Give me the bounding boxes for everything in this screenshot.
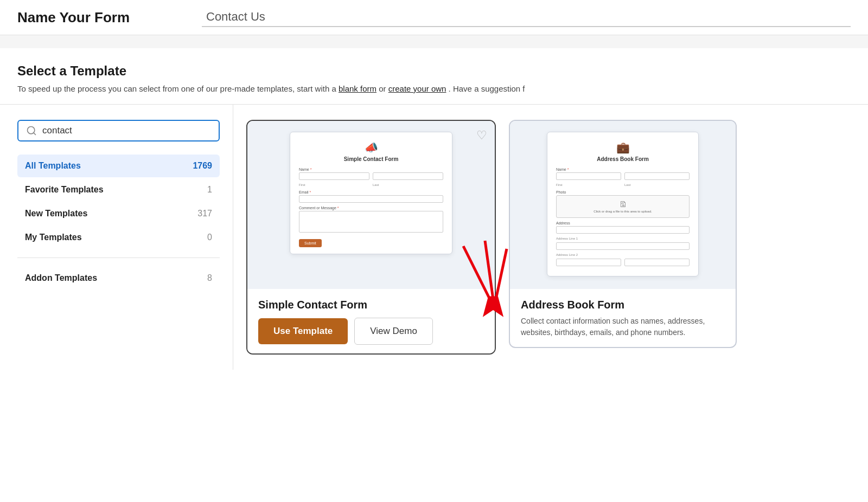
mini-name-row bbox=[299, 172, 443, 180]
mini-email-input bbox=[299, 195, 443, 203]
mini-form-title-2: Address Book Form bbox=[556, 156, 690, 162]
mini-label-photo: Photo bbox=[556, 190, 690, 194]
mini-message-textarea bbox=[299, 211, 443, 233]
card-title-simple-contact: Simple Contact Form bbox=[258, 299, 484, 311]
svg-line-1 bbox=[34, 133, 36, 135]
svg-line-4 bbox=[496, 249, 507, 299]
mini-last-label-2: Last bbox=[624, 183, 690, 186]
search-input[interactable] bbox=[42, 125, 211, 136]
mini-state bbox=[624, 259, 690, 266]
category-label: New Templates bbox=[25, 209, 87, 218]
mini-submit-button: Submit bbox=[299, 239, 322, 247]
category-count: 0 bbox=[207, 233, 212, 242]
mini-label-name-2: Name * bbox=[556, 168, 690, 171]
card-info-address-book: Address Book Form Collect contact inform… bbox=[510, 289, 736, 347]
sidebar-divider bbox=[17, 258, 220, 258]
category-favorite-templates[interactable]: Favorite Templates 1 bbox=[17, 178, 220, 201]
category-all-templates[interactable]: All Templates 1769 bbox=[17, 155, 220, 177]
category-count: 317 bbox=[197, 209, 212, 218]
form-name-label: Name Your Form bbox=[17, 9, 202, 26]
card-desc-address-book: Collect contact information such as name… bbox=[521, 316, 725, 338]
select-template-title: Select a Template bbox=[17, 63, 851, 79]
desc-text: To speed up the process you can select f… bbox=[17, 84, 336, 93]
templates-area: ♡ 📣 Simple Contact Form Name * First Las… bbox=[233, 105, 868, 370]
category-label: All Templates bbox=[25, 161, 81, 171]
form-name-row: Name Your Form bbox=[0, 0, 868, 35]
create-own-link[interactable]: create your own bbox=[388, 84, 446, 93]
category-count: 1 bbox=[207, 185, 212, 195]
mini-city bbox=[556, 259, 621, 266]
mini-label-email: Email * bbox=[299, 190, 443, 194]
mini-address-line1 bbox=[556, 226, 690, 234]
card-info-simple-contact: Simple Contact Form Use Template View De… bbox=[247, 289, 495, 353]
mini-address-line1-label: Address Line 1 bbox=[556, 237, 690, 240]
mini-name-row-2 bbox=[556, 172, 690, 180]
mini-first-label-2: First bbox=[556, 183, 621, 186]
search-box[interactable] bbox=[17, 120, 220, 141]
category-new-templates[interactable]: New Templates 317 bbox=[17, 202, 220, 225]
use-template-button[interactable]: Use Template bbox=[258, 318, 348, 344]
mini-upload-icon: 🖻 bbox=[561, 200, 685, 209]
form-name-input[interactable] bbox=[202, 8, 851, 27]
category-count: 1769 bbox=[193, 161, 212, 171]
mini-label-address: Address bbox=[556, 221, 690, 225]
mini-last-2 bbox=[624, 172, 690, 180]
desc-or: or bbox=[379, 84, 388, 93]
mini-upload-text: Click or drag a file to this area to upl… bbox=[561, 210, 685, 213]
addon-label: Addon Templates bbox=[25, 273, 97, 283]
blank-form-link[interactable]: blank form bbox=[339, 84, 376, 93]
card-1-wrapper: ♡ 📣 Simple Contact Form Name * First Las… bbox=[246, 120, 496, 355]
card-actions-simple-contact: Use Template View Demo bbox=[258, 318, 484, 345]
mini-form-icon: 📣 bbox=[299, 141, 443, 154]
category-label: My Templates bbox=[25, 233, 82, 242]
template-card-simple-contact[interactable]: ♡ 📣 Simple Contact Form Name * First Las… bbox=[246, 120, 496, 355]
category-list: All Templates 1769 Favorite Templates 1 … bbox=[17, 155, 220, 249]
mini-upload-area: 🖻 Click or drag a file to this area to u… bbox=[556, 195, 690, 218]
template-card-address-book[interactable]: 💼 Address Book Form Name * First Last Ph… bbox=[509, 120, 737, 348]
mini-label-message: Comment or Message * bbox=[299, 206, 443, 210]
mini-form-title: Simple Contact Form bbox=[299, 156, 443, 162]
category-addon-templates[interactable]: Addon Templates 8 bbox=[17, 267, 220, 289]
category-label: Favorite Templates bbox=[25, 185, 104, 195]
mini-last-label: Last bbox=[373, 183, 443, 186]
view-demo-button[interactable]: View Demo bbox=[354, 318, 433, 345]
mini-first-2 bbox=[556, 172, 621, 180]
select-template-desc: To speed up the process you can select f… bbox=[17, 84, 851, 93]
card-preview-address-book: 💼 Address Book Form Name * First Last Ph… bbox=[510, 121, 736, 289]
mini-label-name: Name * bbox=[299, 168, 443, 171]
mini-form-address-book: 💼 Address Book Form Name * First Last Ph… bbox=[547, 132, 699, 276]
mini-form-icon-2: 💼 bbox=[556, 141, 690, 154]
card-preview-simple-contact: ♡ 📣 Simple Contact Form Name * First Las… bbox=[247, 121, 495, 289]
desc-end: . Have a suggestion f bbox=[449, 84, 525, 93]
select-template-section: Select a Template To speed up the proces… bbox=[0, 48, 868, 93]
mini-first-label: First bbox=[299, 183, 369, 186]
mini-city-state-row bbox=[556, 259, 690, 266]
mini-address-line2 bbox=[556, 242, 690, 250]
search-icon bbox=[26, 125, 37, 136]
section-gap bbox=[0, 35, 868, 48]
category-my-templates[interactable]: My Templates 0 bbox=[17, 226, 220, 249]
mini-address-line2-label: Address Line 2 bbox=[556, 253, 690, 256]
sidebar: All Templates 1769 Favorite Templates 1 … bbox=[0, 105, 233, 370]
mini-first-name bbox=[299, 172, 369, 180]
card-title-address-book: Address Book Form bbox=[521, 299, 725, 311]
mini-last-name bbox=[373, 172, 443, 180]
addon-count: 8 bbox=[207, 273, 212, 283]
mini-form-simple-contact: 📣 Simple Contact Form Name * First Last bbox=[290, 132, 452, 254]
favorite-button[interactable]: ♡ bbox=[476, 128, 487, 143]
main-layout: All Templates 1769 Favorite Templates 1 … bbox=[0, 104, 868, 370]
